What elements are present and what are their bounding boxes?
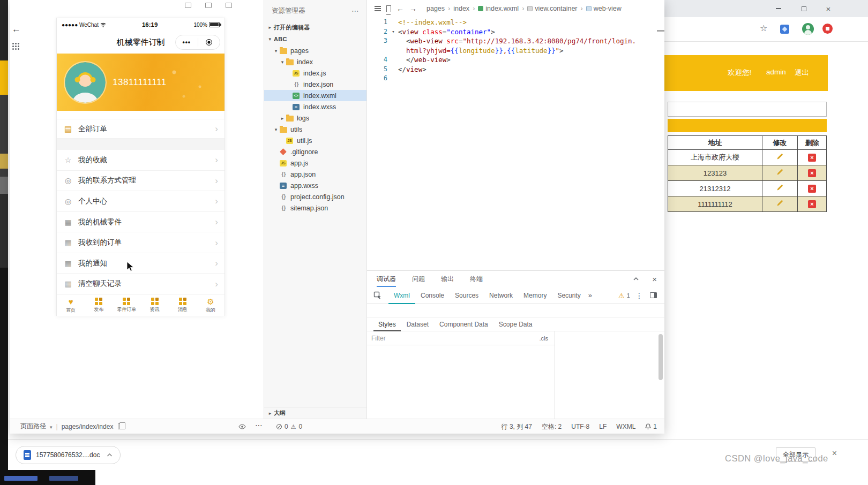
tree-item[interactable]: ▸logs <box>264 112 366 124</box>
fold-icon[interactable]: ▾ <box>388 27 398 37</box>
browser-profile-avatar[interactable] <box>802 23 814 35</box>
menu-item[interactable]: ▦清空聊天记录› <box>57 274 225 294</box>
window-close-button[interactable]: × <box>824 4 833 13</box>
menu-item[interactable]: ☆我的收藏› <box>57 150 225 171</box>
tree-item[interactable]: util.js <box>264 135 366 146</box>
username-link[interactable]: admin <box>766 68 786 76</box>
tree-item[interactable]: app.wxss <box>264 180 366 191</box>
problems-indicator[interactable]: 0 0 <box>276 419 302 434</box>
tree-item[interactable]: ▾utils <box>264 124 366 135</box>
chevron-up-icon[interactable] <box>107 453 113 457</box>
logout-link[interactable]: 退出 <box>795 68 809 78</box>
page-path-value[interactable]: pages/index/index <box>62 423 114 430</box>
tab-dataset[interactable]: Dataset <box>402 317 433 331</box>
tree-item[interactable]: sitemap.json <box>264 202 366 214</box>
copy-icon[interactable] <box>118 423 123 429</box>
window-maximize-button[interactable] <box>799 4 808 13</box>
tabbar-item[interactable]: 消息 <box>169 294 197 316</box>
menu-item[interactable]: ▦我收到的订单› <box>57 232 225 253</box>
download-item[interactable]: 1577580676532....doc <box>16 446 121 464</box>
tree-item[interactable]: project.config.json <box>264 191 366 202</box>
tabbar-item[interactable]: ♥首页 <box>57 294 85 316</box>
tabbar-item[interactable]: ⚙我的 <box>197 294 225 316</box>
page-path-label[interactable]: 页面路径 <box>20 422 46 431</box>
edit-pencil-icon[interactable] <box>776 200 783 208</box>
open-editors-section[interactable]: 打开的编辑器 <box>264 21 366 33</box>
toolbar-window-icon[interactable] <box>226 3 232 8</box>
menu-item[interactable]: ◎我的联系方式管理› <box>57 171 225 192</box>
cls-toggle[interactable]: .cls <box>540 335 551 342</box>
tab-问题[interactable]: 问题 <box>412 271 425 287</box>
menu-item[interactable]: ▦我的通知› <box>57 253 225 274</box>
tabbar-item[interactable]: 资讯 <box>141 294 169 316</box>
scrollbar-thumb[interactable] <box>659 334 663 380</box>
extension-red-icon[interactable] <box>822 24 833 34</box>
tab-security[interactable]: Security <box>552 287 586 304</box>
outline-section[interactable]: 大纲 <box>264 407 366 419</box>
menu-item[interactable]: ◎个人中心› <box>57 191 225 212</box>
wechat-capsule[interactable]: ••• <box>175 35 220 50</box>
capsule-exit-icon[interactable] <box>198 39 220 46</box>
breadcrumb-item[interactable]: pages <box>426 5 445 12</box>
bookmark-star-icon[interactable]: ☆ <box>760 24 767 33</box>
tab-memory[interactable]: Memory <box>518 287 552 304</box>
notifications-bell[interactable]: 1 <box>645 423 657 430</box>
toolbar-window-icon[interactable] <box>205 3 212 8</box>
delete-button[interactable]: × <box>808 185 816 193</box>
delete-button[interactable]: × <box>808 154 816 162</box>
tab-component-data[interactable]: Component Data <box>435 317 493 331</box>
avatar[interactable] <box>65 62 106 103</box>
tabbar-item[interactable]: 零件订单 <box>113 294 140 316</box>
menu-item-all-orders[interactable]: 全部订单 › <box>57 119 225 139</box>
nav-forward-icon[interactable]: → <box>409 5 417 12</box>
toolbar-window-icon[interactable] <box>185 3 191 8</box>
tab-终端[interactable]: 终端 <box>470 271 483 287</box>
apps-grid-icon[interactable] <box>12 43 14 44</box>
tree-item[interactable]: app.js <box>264 157 366 169</box>
warning-indicator[interactable]: 1 <box>618 287 630 304</box>
tree-item[interactable]: ▾pages <box>264 45 366 56</box>
project-section[interactable]: ABC <box>264 33 366 45</box>
tree-item[interactable]: app.json <box>264 169 366 180</box>
tab-输出[interactable]: 输出 <box>441 271 454 287</box>
delete-button[interactable]: × <box>808 200 816 208</box>
tree-item[interactable]: index.wxss <box>264 101 366 112</box>
edit-pencil-icon[interactable] <box>776 184 783 193</box>
kebab-menu-icon[interactable] <box>635 291 643 300</box>
tab-network[interactable]: Network <box>484 287 518 304</box>
tab-wxml[interactable]: Wxml <box>388 287 415 304</box>
nav-back-icon[interactable]: ← <box>396 5 404 12</box>
tab-调试器[interactable]: 调试器 <box>377 271 396 287</box>
dock-side-icon[interactable] <box>650 292 657 298</box>
tree-item[interactable]: .gitignore <box>264 146 366 157</box>
tab-styles[interactable]: Styles <box>373 317 401 331</box>
tree-item[interactable]: ▾index <box>264 56 366 67</box>
filter-input[interactable] <box>371 335 540 342</box>
capsule-more-icon[interactable]: ••• <box>176 39 198 46</box>
browser-back-icon[interactable]: ← <box>12 25 21 34</box>
delete-button[interactable]: × <box>808 169 816 177</box>
encoding[interactable]: UTF-8 <box>571 423 589 430</box>
tabs-overflow-icon[interactable]: » <box>588 291 592 299</box>
tree-item[interactable]: index.js <box>264 67 366 79</box>
collapse-panel-icon[interactable] <box>633 276 639 282</box>
tabbar-item[interactable]: 发布 <box>85 294 113 316</box>
edit-pencil-icon[interactable] <box>776 169 783 177</box>
cursor-position[interactable]: 行 3, 列 47 <box>502 422 532 431</box>
more-actions-icon[interactable] <box>351 6 359 15</box>
code-editor[interactable]: 1<!--index.wxml-->2▾<view class="contain… <box>367 17 664 270</box>
inspect-element-icon[interactable] <box>373 291 382 300</box>
window-minimize-button[interactable] <box>774 4 783 13</box>
outline-list-icon[interactable] <box>375 6 381 7</box>
breadcrumb-item[interactable]: view.container <box>527 5 577 12</box>
indent-setting[interactable]: 空格: 2 <box>542 422 562 431</box>
eye-icon[interactable] <box>238 424 246 429</box>
language-mode[interactable]: WXML <box>616 423 635 430</box>
downloads-close-icon[interactable]: × <box>832 449 837 458</box>
edit-pencil-icon[interactable] <box>776 153 783 162</box>
eol-setting[interactable]: LF <box>599 423 607 430</box>
tab-console[interactable]: Console <box>415 287 450 304</box>
panel-divider[interactable] <box>555 331 555 419</box>
breadcrumb-item[interactable]: index <box>453 5 469 12</box>
bookmark-icon[interactable] <box>386 5 391 12</box>
